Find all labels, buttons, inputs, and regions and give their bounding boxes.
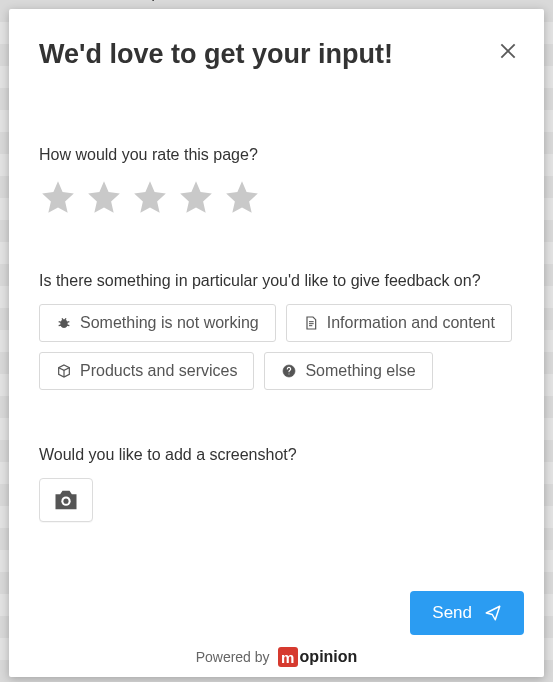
star-rating [39, 178, 514, 216]
screenshot-question-block: Would you like to add a screenshot? [39, 446, 514, 522]
category-question-block: Is there something in particular you'd l… [39, 272, 514, 390]
star-2[interactable] [85, 178, 123, 216]
svg-line-5 [59, 325, 62, 326]
svg-line-4 [67, 322, 70, 323]
rating-question-label: How would you rate this page? [39, 146, 514, 164]
powered-by: Powered by m opinion [9, 639, 544, 677]
question-icon [281, 363, 297, 379]
svg-point-2 [61, 320, 68, 328]
star-1[interactable] [39, 178, 77, 216]
send-button-label: Send [432, 603, 472, 623]
star-icon [131, 178, 169, 216]
rating-question-block: How would you rate this page? [39, 146, 514, 216]
close-button[interactable] [494, 37, 522, 65]
category-label: Information and content [327, 315, 495, 331]
modal-header: We'd love to get your input! [9, 9, 544, 80]
document-icon [303, 315, 319, 331]
add-screenshot-button[interactable] [39, 478, 93, 522]
svg-point-14 [289, 373, 290, 374]
box-icon [56, 363, 72, 379]
feedback-modal: We'd love to get your input! How would y… [9, 9, 544, 677]
category-not-working[interactable]: Something is not working [39, 304, 276, 342]
category-label: Something else [305, 363, 415, 379]
category-something-else[interactable]: Something else [264, 352, 432, 390]
svg-line-6 [67, 325, 70, 326]
star-4[interactable] [177, 178, 215, 216]
star-3[interactable] [131, 178, 169, 216]
paper-plane-icon [484, 604, 502, 622]
star-5[interactable] [223, 178, 261, 216]
send-button[interactable]: Send [410, 591, 524, 635]
category-information-content[interactable]: Information and content [286, 304, 512, 342]
category-label: Something is not working [80, 315, 259, 331]
star-icon [177, 178, 215, 216]
category-label: Products and services [80, 363, 237, 379]
mopinion-logo[interactable]: m opinion [278, 647, 358, 667]
category-options: Something is not working Information and… [39, 304, 514, 390]
star-icon [85, 178, 123, 216]
svg-line-3 [59, 322, 62, 323]
mopinion-logo-initial: m [278, 647, 298, 667]
address-bar: ourwebsite.com/example [0, 0, 553, 6]
category-products-services[interactable]: Products and services [39, 352, 254, 390]
screenshot-question-label: Would you like to add a screenshot? [39, 446, 514, 464]
star-icon [39, 178, 77, 216]
mopinion-logo-text: opinion [300, 648, 358, 666]
svg-point-16 [63, 499, 68, 504]
powered-by-prefix: Powered by [196, 649, 270, 665]
close-icon [498, 41, 518, 61]
modal-footer: Send [9, 579, 544, 639]
modal-body: How would you rate this page? [9, 80, 544, 579]
bug-icon [56, 315, 72, 331]
star-icon [223, 178, 261, 216]
category-question-label: Is there something in particular you'd l… [39, 272, 514, 290]
modal-title: We'd love to get your input! [39, 39, 514, 70]
camera-icon [52, 488, 80, 512]
